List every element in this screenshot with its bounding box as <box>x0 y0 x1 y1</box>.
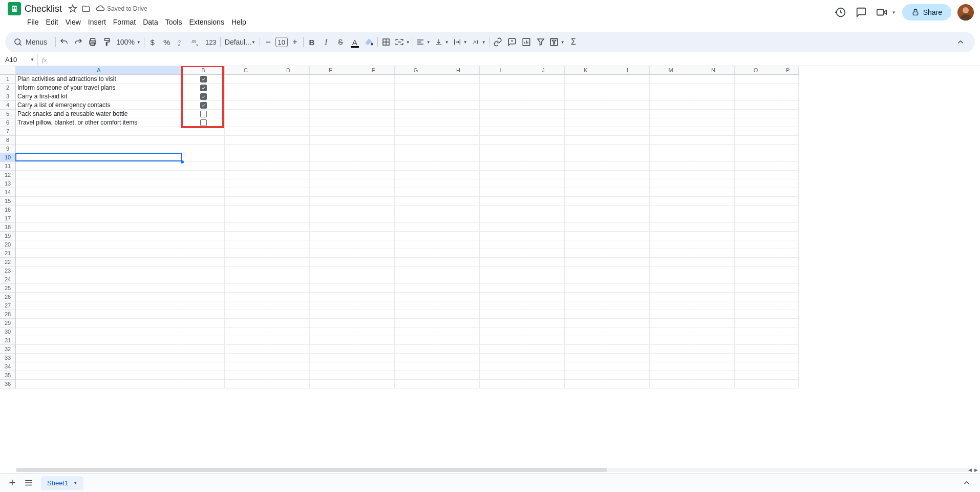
cell-C15[interactable] <box>225 197 267 206</box>
font-size-decrease[interactable]: − <box>261 35 275 49</box>
cell-G27[interactable] <box>395 301 437 310</box>
cell-P14[interactable] <box>777 188 799 197</box>
cell-H20[interactable] <box>437 240 480 249</box>
cell-D20[interactable] <box>267 240 310 249</box>
row-header-27[interactable]: 27 <box>0 301 15 310</box>
history-icon[interactable] <box>834 5 848 19</box>
cell-H4[interactable] <box>437 101 480 110</box>
meet-button[interactable]: ▼ <box>875 5 896 19</box>
cell-N17[interactable] <box>692 214 735 223</box>
valign-button[interactable]: ▼ <box>433 35 451 49</box>
cell-M32[interactable] <box>650 345 692 354</box>
cell-O26[interactable] <box>735 293 777 301</box>
cell-I3[interactable] <box>480 92 522 101</box>
row-header-21[interactable]: 21 <box>0 249 15 258</box>
cell-D19[interactable] <box>267 232 310 240</box>
cell-B2[interactable] <box>182 84 225 92</box>
row-header-8[interactable]: 8 <box>0 136 15 145</box>
column-header-J[interactable]: J <box>522 66 565 74</box>
cell-D26[interactable] <box>267 293 310 301</box>
cell-I32[interactable] <box>480 345 522 354</box>
cell-N9[interactable] <box>692 145 735 153</box>
cell-N20[interactable] <box>692 240 735 249</box>
cell-M15[interactable] <box>650 197 692 206</box>
cell-F24[interactable] <box>352 275 395 284</box>
cell-D4[interactable] <box>267 101 310 110</box>
cell-H11[interactable] <box>437 162 480 171</box>
cell-C17[interactable] <box>225 214 267 223</box>
cell-H16[interactable] <box>437 206 480 214</box>
cell-M28[interactable] <box>650 310 692 319</box>
cell-M12[interactable] <box>650 171 692 179</box>
cell-C30[interactable] <box>225 327 267 336</box>
cell-J5[interactable] <box>522 110 565 118</box>
cell-H1[interactable] <box>437 75 480 84</box>
cell-P19[interactable] <box>777 232 799 240</box>
merge-button[interactable]: ▼ <box>393 35 412 49</box>
cell-L4[interactable] <box>607 101 650 110</box>
cell-D13[interactable] <box>267 179 310 188</box>
cell-C33[interactable] <box>225 354 267 362</box>
cell-I18[interactable] <box>480 223 522 232</box>
cell-H12[interactable] <box>437 171 480 179</box>
cell-P26[interactable] <box>777 293 799 301</box>
cell-I8[interactable] <box>480 136 522 145</box>
cell-K3[interactable] <box>565 92 607 101</box>
cell-J12[interactable] <box>522 171 565 179</box>
cell-N29[interactable] <box>692 319 735 327</box>
cell-L34[interactable] <box>607 362 650 371</box>
column-header-D[interactable]: D <box>267 66 310 74</box>
cell-D17[interactable] <box>267 214 310 223</box>
cell-J19[interactable] <box>522 232 565 240</box>
cell-A28[interactable] <box>16 310 182 319</box>
cell-O1[interactable] <box>735 75 777 84</box>
cell-P10[interactable] <box>777 153 799 162</box>
cell-I36[interactable] <box>480 380 522 388</box>
menu-tools[interactable]: Tools <box>162 16 186 28</box>
cell-F9[interactable] <box>352 145 395 153</box>
cell-G36[interactable] <box>395 380 437 388</box>
cell-H7[interactable] <box>437 127 480 136</box>
cell-O21[interactable] <box>735 249 777 258</box>
cell-M24[interactable] <box>650 275 692 284</box>
cell-D1[interactable] <box>267 75 310 84</box>
cell-B3[interactable] <box>182 92 225 101</box>
cell-O17[interactable] <box>735 214 777 223</box>
cell-C4[interactable] <box>225 101 267 110</box>
cell-P1[interactable] <box>777 75 799 84</box>
cell-P28[interactable] <box>777 310 799 319</box>
cell-H29[interactable] <box>437 319 480 327</box>
cell-A29[interactable] <box>16 319 182 327</box>
cell-N27[interactable] <box>692 301 735 310</box>
cell-M5[interactable] <box>650 110 692 118</box>
column-header-A[interactable]: A <box>16 66 182 74</box>
chart-button[interactable] <box>519 35 534 49</box>
cell-D12[interactable] <box>267 171 310 179</box>
text-color-button[interactable]: A <box>348 35 362 49</box>
cell-G5[interactable] <box>395 110 437 118</box>
cell-B25[interactable] <box>182 284 225 293</box>
cell-A1[interactable]: Plan activities and attractions to visit <box>16 75 182 84</box>
cell-H13[interactable] <box>437 179 480 188</box>
row-header-16[interactable]: 16 <box>0 206 15 214</box>
cell-E12[interactable] <box>310 171 352 179</box>
checkbox-row-1[interactable] <box>200 76 207 83</box>
row-header-13[interactable]: 13 <box>0 179 15 188</box>
cell-G3[interactable] <box>395 92 437 101</box>
cell-B12[interactable] <box>182 171 225 179</box>
cell-F17[interactable] <box>352 214 395 223</box>
cell-K7[interactable] <box>565 127 607 136</box>
cell-L10[interactable] <box>607 153 650 162</box>
cell-N19[interactable] <box>692 232 735 240</box>
cell-A6[interactable]: Travel pillow, blanket, or other comfort… <box>16 118 182 127</box>
column-header-C[interactable]: C <box>225 66 267 74</box>
borders-button[interactable] <box>379 35 393 49</box>
cell-L8[interactable] <box>607 136 650 145</box>
cell-D35[interactable] <box>267 371 310 380</box>
cell-O15[interactable] <box>735 197 777 206</box>
cell-F8[interactable] <box>352 136 395 145</box>
cell-L20[interactable] <box>607 240 650 249</box>
cell-F2[interactable] <box>352 84 395 92</box>
cell-P23[interactable] <box>777 266 799 275</box>
row-header-29[interactable]: 29 <box>0 319 15 327</box>
